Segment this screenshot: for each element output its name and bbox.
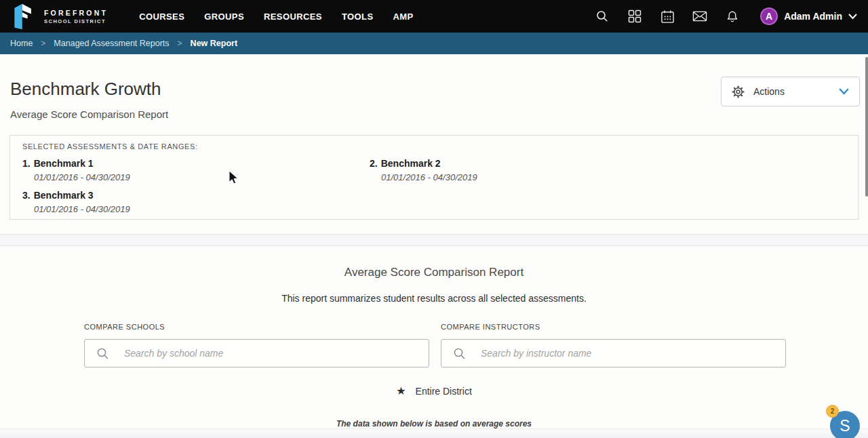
nav-item-courses[interactable]: COURSES: [139, 12, 184, 22]
breadcrumb-separator: >: [41, 39, 45, 48]
notifications-bell-icon[interactable]: [725, 9, 740, 24]
report-section-description: This report summarizes student results a…: [0, 293, 868, 304]
assessment-number: 1.: [22, 158, 31, 169]
entire-district-toggle[interactable]: ★ Entire District: [0, 386, 868, 397]
report-section-heading: Average Score Comparison Report: [0, 266, 868, 279]
brand-line1: FOREFRONT: [44, 9, 108, 17]
forefront-logo-icon: [7, 1, 35, 32]
section-divider: [0, 234, 868, 246]
star-icon: ★: [396, 386, 406, 397]
breadcrumb: Home > Managed Assessment Reports > New …: [0, 33, 868, 54]
assessment-name: Benchmark 2: [381, 158, 441, 169]
assessment-number: 3.: [22, 190, 31, 201]
selected-assessments-label: SELECTED ASSESSMENTS & DATE RANGES:: [22, 142, 198, 151]
chat-initial: S: [840, 417, 850, 435]
apps-grid-icon[interactable]: [627, 9, 642, 24]
compare-instructors-label: COMPARE INSTRUCTORS: [441, 323, 540, 331]
instructor-search-input[interactable]: [441, 340, 785, 367]
nav-item-tools[interactable]: TOOLS: [342, 12, 374, 22]
assessment-date-range: 01/01/2016 - 04/30/2019: [381, 172, 477, 182]
mail-icon[interactable]: [692, 9, 707, 24]
brand-logo[interactable]: FOREFRONT SCHOOL DISTRICT: [7, 1, 108, 32]
school-search-input[interactable]: [85, 340, 429, 367]
breadcrumb-current: New Report: [191, 39, 237, 48]
chevron-down-icon: [848, 14, 857, 20]
breadcrumb-managed-reports[interactable]: Managed Assessment Reports: [54, 39, 169, 48]
search-icon: [96, 347, 109, 360]
assessment-date-range: 01/01/2016 - 04/30/2019: [34, 172, 130, 182]
nav-item-resources[interactable]: RESOURCES: [264, 12, 322, 22]
chat-unread-badge: 2: [826, 405, 839, 418]
breadcrumb-home[interactable]: Home: [10, 39, 33, 48]
nav-item-groups[interactable]: GROUPS: [204, 12, 244, 22]
breadcrumb-separator: >: [178, 39, 182, 48]
compare-instructors-search: [441, 339, 786, 367]
search-icon: [453, 347, 466, 360]
calendar-icon[interactable]: [660, 9, 675, 24]
compare-schools-label: COMPARE SCHOOLS: [84, 323, 165, 331]
top-navbar: FOREFRONT SCHOOL DISTRICT COURSES GROUPS…: [0, 0, 868, 33]
main-nav: COURSES GROUPS RESOURCES TOOLS AMP: [139, 12, 413, 22]
support-chat-button[interactable]: S 2: [830, 411, 860, 438]
user-menu[interactable]: A Adam Admin: [760, 7, 857, 25]
actions-label: Actions: [753, 86, 785, 97]
actions-dropdown-button[interactable]: Actions: [721, 77, 860, 106]
assessment-date-range: 01/01/2016 - 04/30/2019: [34, 204, 130, 214]
compare-schools-search: [84, 339, 429, 367]
nav-utilities: A Adam Admin: [595, 7, 857, 25]
app-root: FOREFRONT SCHOOL DISTRICT COURSES GROUPS…: [0, 0, 868, 438]
chevron-down-icon: [839, 88, 849, 95]
brand-line2: SCHOOL DISTRICT: [44, 18, 108, 24]
brand-name: FOREFRONT SCHOOL DISTRICT: [44, 9, 108, 24]
assessment-name: Benchmark 3: [34, 190, 94, 201]
entire-district-label: Entire District: [416, 386, 472, 397]
page-title: Benchmark Growth: [10, 79, 161, 100]
selected-assessments-panel: SELECTED ASSESSMENTS & DATE RANGES: 1.Be…: [9, 135, 859, 220]
average-scores-note: The data shown below is based on average…: [0, 419, 868, 429]
assessment-item: 1.Benchmark 1 01/01/2016 - 04/30/2019: [22, 158, 130, 182]
page-subtitle: Average Score Comparison Report: [10, 108, 168, 120]
assessment-name: Benchmark 1: [34, 158, 94, 169]
search-icon[interactable]: [595, 9, 610, 24]
user-name: Adam Admin: [784, 11, 842, 22]
next-section-edge: [0, 429, 868, 438]
assessment-item: 3.Benchmark 3 01/01/2016 - 04/30/2019: [22, 190, 130, 214]
vertical-scrollbar-thumb[interactable]: [865, 57, 868, 197]
assessment-item: 2.Benchmark 2 01/01/2016 - 04/30/2019: [370, 158, 477, 182]
avatar: A: [760, 7, 778, 25]
assessment-number: 2.: [370, 158, 378, 169]
gear-icon: [732, 85, 745, 98]
nav-item-amp[interactable]: AMP: [393, 12, 413, 22]
